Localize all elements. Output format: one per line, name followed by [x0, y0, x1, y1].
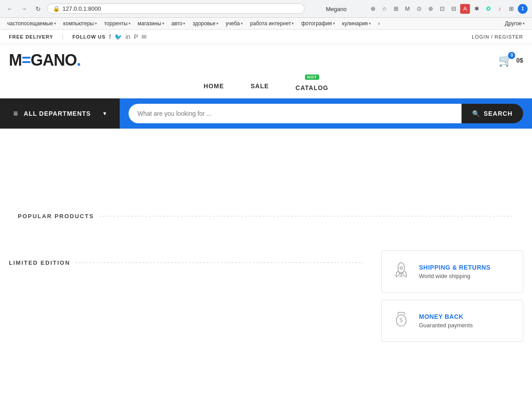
page-title: Megano — [308, 6, 364, 12]
logo-dot: . — [77, 51, 81, 69]
chevron-icon: ▾ — [241, 21, 243, 26]
chevron-icon: ▾ — [216, 21, 219, 26]
chevron-icon: ▾ — [54, 21, 56, 26]
chevron-icon: ▾ — [333, 21, 335, 26]
pinterest-icon[interactable]: P — [134, 33, 138, 40]
shipping-title: SHIPPING & RETURNS — [419, 264, 490, 271]
ru-nav-item-0[interactable]: частопосещаемые ▾ — [4, 20, 59, 27]
ru-nav-item-5[interactable]: здоровье ▾ — [190, 20, 221, 27]
follow-us-label: FOLLOW US — [72, 34, 106, 39]
refresh-button[interactable]: ↻ — [33, 4, 43, 14]
search-bar-wrapper: 🔍 SEARCH — [120, 98, 532, 129]
search-input[interactable] — [129, 104, 462, 123]
browser-icon-5[interactable]: ⊙ — [414, 4, 424, 14]
top-bar-right: LOGIN / REGISTER — [472, 34, 523, 39]
chevron-icon: ▾ — [369, 21, 371, 26]
limited-edition-title: LIMITED EDITION — [9, 259, 70, 266]
ru-nav-item-other[interactable]: Другое ▾ — [502, 20, 528, 27]
ru-nav-item-4[interactable]: авто ▾ — [169, 20, 188, 27]
logo[interactable]: M=GANO. — [9, 51, 81, 70]
back-button[interactable]: ← — [4, 4, 15, 14]
popular-products-title: POPULAR PRODUCTS — [18, 213, 94, 220]
money-back-card: $ MONEY BACK Guaranted payments — [381, 300, 523, 342]
top-bar-left: FREE DELIVERY | FOLLOW US f 🐦 in P ✉ — [9, 33, 147, 40]
ru-nav-item-6[interactable]: учеба ▾ — [223, 20, 246, 27]
browser-icon-4[interactable]: M — [403, 4, 412, 14]
heading-line-2 — [75, 263, 364, 263]
ru-nav-item-1[interactable]: компьютеры ▾ — [61, 20, 100, 27]
divider-1: | — [62, 34, 63, 40]
popular-products-section: POPULAR PRODUCTS — [0, 204, 532, 251]
departments-chevron-icon: ▾ — [103, 110, 106, 117]
browser-toolbar: ⊕ ☆ ⊞ M ⊙ ⊛ ⊡ ⊟ A ✱ ✿ ♪ ⊞ 1 — [368, 4, 528, 14]
nav-sale[interactable]: SALE — [250, 82, 269, 90]
svg-point-1 — [400, 267, 403, 270]
money-back-content: MONEY BACK Guaranted payments — [419, 313, 473, 329]
nav-catalog[interactable]: HOT CATALOG — [296, 81, 329, 91]
main-nav: HOME SALE HOT CATALOG — [0, 76, 532, 98]
shipping-card: SHIPPING & RETURNS World wide shipping — [381, 251, 523, 293]
url-bar[interactable]: 🔒 127.0.0.1:8000 — [47, 4, 305, 14]
chevron-icon: ▾ — [129, 21, 131, 26]
twitter-icon[interactable]: 🐦 — [114, 33, 122, 40]
chevron-icon: ▾ — [523, 21, 525, 26]
limited-edition-heading: LIMITED EDITION — [9, 251, 372, 271]
lock-icon: 🔒 — [53, 5, 60, 12]
hot-badge: HOT — [305, 74, 319, 80]
browser-chrome: ← → ↻ 🔒 127.0.0.1:8000 Megano ⊕ ☆ ⊞ M ⊙ … — [0, 0, 532, 18]
cart-icon-wrapper: 🛒 0 — [498, 54, 512, 67]
ru-nav-item-7[interactable]: работа интернет ▾ — [247, 20, 297, 27]
search-button[interactable]: 🔍 SEARCH — [462, 104, 523, 123]
browser-icon-11[interactable]: ✿ — [483, 4, 493, 14]
browser-icon-10[interactable]: ✱ — [472, 4, 481, 14]
chevron-icon: ▾ — [162, 21, 164, 26]
ru-nav-bar: частопосещаемые ▾ компьютеры ▾ торренты … — [0, 18, 532, 30]
top-bar: FREE DELIVERY | FOLLOW US f 🐦 in P ✉ LOG… — [0, 30, 532, 44]
ru-nav-item-9[interactable]: кулинария ▾ — [340, 20, 374, 27]
ru-nav-item-more[interactable]: › — [376, 20, 383, 27]
browser-icon-12[interactable]: ♪ — [495, 4, 505, 14]
browser-icon-13[interactable]: ⊞ — [506, 4, 516, 14]
info-sidebar: SHIPPING & RETURNS World wide shipping $… — [381, 251, 523, 342]
svg-point-0 — [398, 263, 405, 273]
logo-accent: = — [22, 51, 31, 69]
money-back-title: MONEY BACK — [419, 313, 473, 320]
limited-edition-area: LIMITED EDITION — [9, 251, 372, 348]
ru-nav-item-3[interactable]: магазины ▾ — [135, 20, 167, 27]
ru-nav-item-8[interactable]: фотография ▾ — [298, 20, 337, 27]
browser-icon-1[interactable]: ⊕ — [368, 4, 378, 14]
browser-icon-14[interactable]: 1 — [518, 4, 528, 14]
browser-icon-7[interactable]: ⊡ — [437, 4, 447, 14]
shipping-card-content: SHIPPING & RETURNS World wide shipping — [419, 264, 490, 279]
rocket-icon — [391, 260, 412, 283]
url-text: 127.0.0.1:8000 — [63, 5, 101, 12]
all-departments-button[interactable]: ≡ ALL DEPARTMENTS ▾ — [0, 98, 120, 129]
heading-line — [99, 216, 514, 216]
popular-products-list — [9, 224, 523, 251]
forward-button[interactable]: → — [19, 4, 29, 14]
money-bag-icon: $ — [391, 309, 412, 333]
shipping-desc: World wide shipping — [419, 273, 490, 279]
email-icon[interactable]: ✉ — [141, 33, 147, 40]
follow-us-section: FOLLOW US f 🐦 in P ✉ — [72, 33, 147, 40]
linkedin-icon[interactable]: in — [125, 33, 130, 40]
browser-icon-9[interactable]: A — [460, 4, 470, 14]
cart-price: 0$ — [516, 57, 523, 64]
ru-nav-item-2[interactable]: торренты ▾ — [102, 20, 133, 27]
facebook-icon[interactable]: f — [109, 33, 111, 40]
browser-icon-2[interactable]: ☆ — [379, 4, 389, 14]
login-register-link[interactable]: LOGIN / REGISTER — [472, 34, 523, 39]
browser-icon-3[interactable]: ⊞ — [391, 4, 401, 14]
lower-section: LIMITED EDITION SHIPPING & RETURNS — [0, 251, 532, 361]
browser-icon-8[interactable]: ⊟ — [449, 4, 458, 14]
popular-products-heading: POPULAR PRODUCTS — [9, 204, 523, 224]
chevron-icon: ▾ — [292, 21, 294, 26]
money-back-desc: Guaranted payments — [419, 322, 473, 329]
search-section: ≡ ALL DEPARTMENTS ▾ 🔍 SEARCH — [0, 98, 532, 129]
departments-label: ALL DEPARTMENTS — [24, 110, 98, 117]
browser-icon-6[interactable]: ⊛ — [426, 4, 435, 14]
chevron-icon: ▾ — [95, 21, 97, 26]
nav-home[interactable]: HOME — [203, 82, 224, 90]
cart-badge: 0 — [508, 52, 515, 59]
cart-section[interactable]: 🛒 0 0$ — [498, 54, 523, 67]
